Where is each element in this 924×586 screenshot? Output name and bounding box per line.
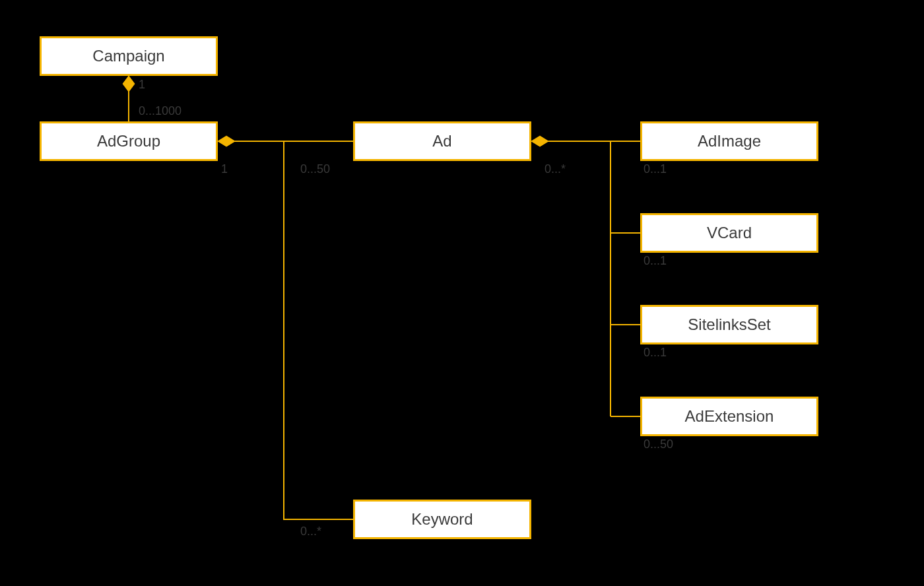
mult-keyword-0-star: 0...* xyxy=(300,525,321,538)
mult-adext-0-50: 0...50 xyxy=(644,438,673,451)
mult-adgroup-1: 1 xyxy=(221,162,228,176)
diamond-campaign xyxy=(123,76,135,92)
mult-campaign-1: 1 xyxy=(139,78,145,92)
mult-sitelinks-0-1: 0...1 xyxy=(644,346,667,360)
mult-ad-0-star: 0...* xyxy=(544,162,566,176)
entity-ad: Ad xyxy=(353,121,531,161)
entity-label: Ad xyxy=(432,132,451,150)
entity-vcard: VCard xyxy=(640,213,818,253)
entity-campaign: Campaign xyxy=(40,36,218,76)
diamond-adgroup xyxy=(218,136,235,146)
entity-label: SitelinksSet xyxy=(688,315,770,334)
entity-sitelinksset: SitelinksSet xyxy=(640,305,818,344)
mult-ad-0-50: 0...50 xyxy=(300,162,330,176)
entity-adimage: AdImage xyxy=(640,121,818,161)
mult-vcard-0-1: 0...1 xyxy=(644,254,667,268)
mult-adimage-0-1: 0...1 xyxy=(644,162,667,176)
entity-keyword: Keyword xyxy=(353,500,531,539)
edge-adgroup-keyword xyxy=(284,141,353,519)
entity-label: VCard xyxy=(707,224,752,242)
entity-adextension: AdExtension xyxy=(640,397,818,436)
entity-adgroup: AdGroup xyxy=(40,121,218,161)
entity-label: Keyword xyxy=(411,510,473,529)
diamond-ad xyxy=(531,136,548,146)
entity-label: AdExtension xyxy=(685,407,774,426)
entity-label: AdImage xyxy=(698,132,761,150)
entity-label: Campaign xyxy=(92,47,164,65)
entity-label: AdGroup xyxy=(97,132,160,150)
mult-adgroup-0-1000: 0...1000 xyxy=(139,104,182,118)
